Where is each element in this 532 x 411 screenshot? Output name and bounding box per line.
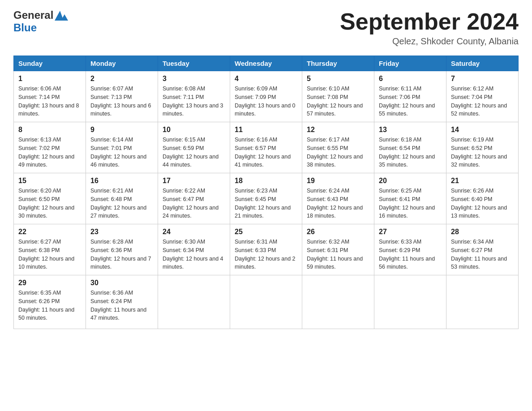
day-info: Sunrise: 6:30 AMSunset: 6:34 PMDaylight:… (163, 238, 225, 271)
logo-general-text: General (13, 9, 53, 21)
day-number: 30 (90, 279, 153, 287)
calendar-week-row: 15 Sunrise: 6:20 AMSunset: 6:50 PMDaylig… (14, 173, 519, 224)
day-info: Sunrise: 6:16 AMSunset: 6:57 PMDaylight:… (235, 136, 297, 169)
calendar-day-cell (230, 275, 302, 329)
calendar-day-cell (302, 275, 374, 329)
calendar-day-cell: 1 Sunrise: 6:06 AMSunset: 7:14 PMDayligh… (14, 71, 86, 122)
day-info: Sunrise: 6:22 AMSunset: 6:47 PMDaylight:… (163, 187, 225, 220)
day-info: Sunrise: 6:12 AMSunset: 7:04 PMDaylight:… (451, 85, 514, 118)
day-number: 16 (90, 177, 153, 185)
calendar-day-cell: 13 Sunrise: 6:18 AMSunset: 6:54 PMDaylig… (374, 122, 446, 173)
calendar-week-row: 8 Sunrise: 6:13 AMSunset: 7:02 PMDayligh… (14, 122, 519, 173)
calendar-week-row: 29 Sunrise: 6:35 AMSunset: 6:26 PMDaylig… (14, 275, 519, 329)
calendar-day-cell: 27 Sunrise: 6:33 AMSunset: 6:29 PMDaylig… (374, 224, 446, 275)
calendar-day-cell: 14 Sunrise: 6:19 AMSunset: 6:52 PMDaylig… (446, 122, 519, 173)
logo-triangle-icon (54, 9, 70, 21)
logo-row: General (13, 9, 70, 21)
day-info: Sunrise: 6:35 AMSunset: 6:26 PMDaylight:… (18, 289, 81, 322)
day-info: Sunrise: 6:21 AMSunset: 6:48 PMDaylight:… (90, 187, 153, 220)
header-saturday: Saturday (446, 56, 519, 71)
calendar-day-cell: 9 Sunrise: 6:14 AMSunset: 7:01 PMDayligh… (86, 122, 158, 173)
day-number: 26 (307, 228, 369, 236)
day-info: Sunrise: 6:32 AMSunset: 6:31 PMDaylight:… (307, 238, 369, 271)
logo: General Blue (13, 9, 70, 34)
calendar-day-cell (446, 275, 519, 329)
calendar-day-cell: 21 Sunrise: 6:26 AMSunset: 6:40 PMDaylig… (446, 173, 519, 224)
day-info: Sunrise: 6:27 AMSunset: 6:38 PMDaylight:… (18, 238, 81, 271)
day-number: 18 (235, 177, 297, 185)
day-info: Sunrise: 6:28 AMSunset: 6:36 PMDaylight:… (90, 238, 153, 271)
calendar-day-cell: 24 Sunrise: 6:30 AMSunset: 6:34 PMDaylig… (158, 224, 230, 275)
header-friday: Friday (374, 56, 446, 71)
day-info: Sunrise: 6:07 AMSunset: 7:13 PMDaylight:… (90, 85, 153, 118)
header-tuesday: Tuesday (158, 56, 230, 71)
header-wednesday: Wednesday (230, 56, 302, 71)
calendar-day-cell: 26 Sunrise: 6:32 AMSunset: 6:31 PMDaylig… (302, 224, 374, 275)
day-number: 15 (18, 177, 81, 185)
header-monday: Monday (86, 56, 158, 71)
calendar-day-cell: 11 Sunrise: 6:16 AMSunset: 6:57 PMDaylig… (230, 122, 302, 173)
calendar-day-cell: 16 Sunrise: 6:21 AMSunset: 6:48 PMDaylig… (86, 173, 158, 224)
day-info: Sunrise: 6:23 AMSunset: 6:45 PMDaylight:… (235, 187, 297, 220)
day-info: Sunrise: 6:24 AMSunset: 6:43 PMDaylight:… (307, 187, 369, 220)
day-number: 9 (90, 126, 153, 134)
day-number: 28 (451, 228, 514, 236)
calendar-day-cell: 12 Sunrise: 6:17 AMSunset: 6:55 PMDaylig… (302, 122, 374, 173)
day-number: 23 (90, 228, 153, 236)
day-number: 11 (235, 126, 297, 134)
calendar-day-cell: 17 Sunrise: 6:22 AMSunset: 6:47 PMDaylig… (158, 173, 230, 224)
day-number: 10 (163, 126, 225, 134)
calendar-day-cell: 28 Sunrise: 6:34 AMSunset: 6:27 PMDaylig… (446, 224, 519, 275)
day-info: Sunrise: 6:15 AMSunset: 6:59 PMDaylight:… (163, 136, 225, 169)
day-number: 21 (451, 177, 514, 185)
day-info: Sunrise: 6:10 AMSunset: 7:08 PMDaylight:… (307, 85, 369, 118)
day-number: 8 (18, 126, 81, 134)
day-info: Sunrise: 6:34 AMSunset: 6:27 PMDaylight:… (451, 238, 514, 271)
day-number: 25 (235, 228, 297, 236)
calendar-day-cell (374, 275, 446, 329)
calendar-day-cell: 15 Sunrise: 6:20 AMSunset: 6:50 PMDaylig… (14, 173, 86, 224)
day-number: 7 (451, 75, 514, 83)
location-subtitle: Qelez, Shkoder County, Albania (340, 36, 519, 47)
day-number: 24 (163, 228, 225, 236)
day-info: Sunrise: 6:36 AMSunset: 6:24 PMDaylight:… (90, 289, 153, 322)
day-info: Sunrise: 6:25 AMSunset: 6:41 PMDaylight:… (379, 187, 442, 220)
calendar-week-row: 1 Sunrise: 6:06 AMSunset: 7:14 PMDayligh… (14, 71, 519, 122)
calendar-day-cell: 2 Sunrise: 6:07 AMSunset: 7:13 PMDayligh… (86, 71, 158, 122)
logo-blue-text: Blue (13, 21, 37, 34)
calendar-week-row: 22 Sunrise: 6:27 AMSunset: 6:38 PMDaylig… (14, 224, 519, 275)
calendar-day-cell: 22 Sunrise: 6:27 AMSunset: 6:38 PMDaylig… (14, 224, 86, 275)
day-number: 20 (379, 177, 442, 185)
calendar-day-cell (158, 275, 230, 329)
day-number: 27 (379, 228, 442, 236)
month-title: September 2024 (340, 9, 519, 34)
day-info: Sunrise: 6:14 AMSunset: 7:01 PMDaylight:… (90, 136, 153, 169)
day-info: Sunrise: 6:18 AMSunset: 6:54 PMDaylight:… (379, 136, 442, 169)
calendar-day-cell: 3 Sunrise: 6:08 AMSunset: 7:11 PMDayligh… (158, 71, 230, 122)
day-info: Sunrise: 6:09 AMSunset: 7:09 PMDaylight:… (235, 85, 297, 118)
calendar-title-section: September 2024 Qelez, Shkoder County, Al… (340, 9, 519, 47)
day-info: Sunrise: 6:20 AMSunset: 6:50 PMDaylight:… (18, 187, 81, 220)
day-number: 17 (163, 177, 225, 185)
day-number: 13 (379, 126, 442, 134)
day-number: 14 (451, 126, 514, 134)
day-info: Sunrise: 6:33 AMSunset: 6:29 PMDaylight:… (379, 238, 442, 271)
calendar-day-cell: 18 Sunrise: 6:23 AMSunset: 6:45 PMDaylig… (230, 173, 302, 224)
calendar-day-cell: 29 Sunrise: 6:35 AMSunset: 6:26 PMDaylig… (14, 275, 86, 329)
calendar-day-cell: 19 Sunrise: 6:24 AMSunset: 6:43 PMDaylig… (302, 173, 374, 224)
page-header: General Blue September 2024 Qelez, Shkod… (13, 9, 519, 47)
day-info: Sunrise: 6:08 AMSunset: 7:11 PMDaylight:… (163, 85, 225, 118)
calendar-day-cell: 25 Sunrise: 6:31 AMSunset: 6:33 PMDaylig… (230, 224, 302, 275)
day-info: Sunrise: 6:19 AMSunset: 6:52 PMDaylight:… (451, 136, 514, 169)
calendar-day-cell: 8 Sunrise: 6:13 AMSunset: 7:02 PMDayligh… (14, 122, 86, 173)
calendar-day-cell: 7 Sunrise: 6:12 AMSunset: 7:04 PMDayligh… (446, 71, 519, 122)
header-thursday: Thursday (302, 56, 374, 71)
day-info: Sunrise: 6:31 AMSunset: 6:33 PMDaylight:… (235, 238, 297, 271)
calendar-day-cell: 20 Sunrise: 6:25 AMSunset: 6:41 PMDaylig… (374, 173, 446, 224)
day-number: 29 (18, 279, 81, 287)
calendar-day-cell: 5 Sunrise: 6:10 AMSunset: 7:08 PMDayligh… (302, 71, 374, 122)
day-info: Sunrise: 6:13 AMSunset: 7:02 PMDaylight:… (18, 136, 81, 169)
calendar-day-cell: 23 Sunrise: 6:28 AMSunset: 6:36 PMDaylig… (86, 224, 158, 275)
day-number: 12 (307, 126, 369, 134)
day-number: 4 (235, 75, 297, 83)
